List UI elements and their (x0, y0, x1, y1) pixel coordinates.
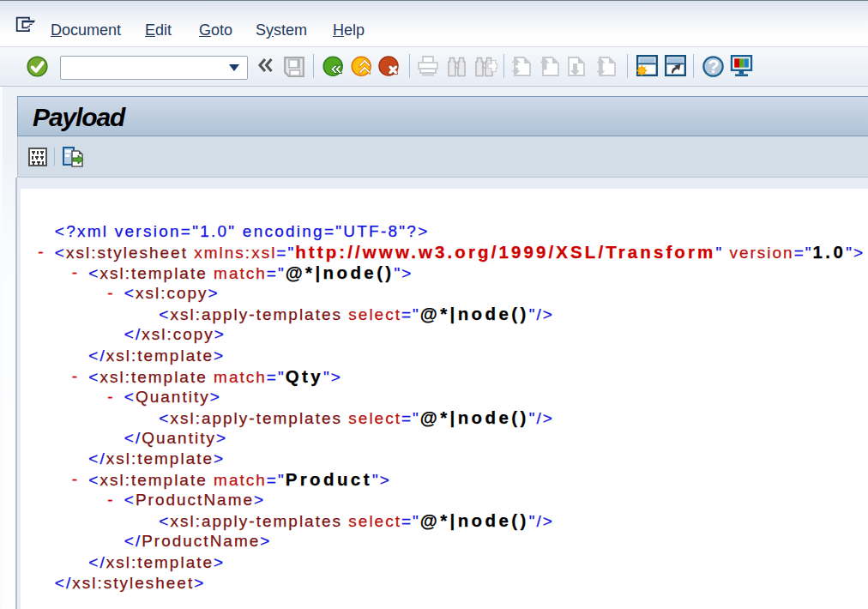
svg-text:?: ? (708, 56, 719, 77)
